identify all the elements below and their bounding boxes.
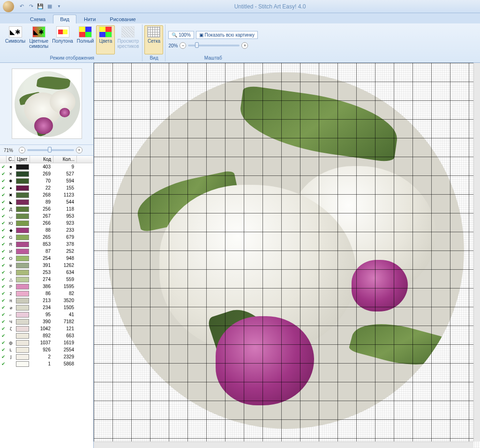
header-color[interactable]: Цвет xyxy=(15,156,30,163)
symbols-button[interactable]: ◣✱ Символы xyxy=(4,25,27,54)
row-symbol: ■ xyxy=(7,165,15,169)
check-icon: ✔ xyxy=(0,263,7,268)
check-icon: ✔ xyxy=(0,249,7,254)
sidebar-zoom-minus[interactable]: − xyxy=(19,147,25,153)
color-swatch xyxy=(16,298,29,304)
tab-schema[interactable]: Схема xyxy=(23,15,52,23)
save-icon[interactable]: 💾 xyxy=(37,3,44,10)
table-row[interactable]: ✔ф10371619 xyxy=(0,339,93,346)
show-all-button[interactable]: ▣ Показать всю картинку xyxy=(196,31,258,39)
table-row[interactable]: ✔G265679 xyxy=(0,234,93,241)
table-row[interactable]: ✔✖2681123 xyxy=(0,191,93,198)
table-row[interactable]: ✔◆88233 xyxy=(0,227,93,234)
zoom-minus-button[interactable]: − xyxy=(180,42,186,49)
check-icon: ✔ xyxy=(0,185,7,190)
sidebar-zoom-slider[interactable] xyxy=(27,149,74,151)
check-icon: ✔ xyxy=(0,164,7,169)
zoom-100-button[interactable]: 🔍 100% xyxy=(168,31,194,39)
preview-stitches-icon xyxy=(121,26,135,38)
row-code: 926 xyxy=(30,347,53,352)
row-count: 1595 xyxy=(53,284,77,289)
table-row[interactable]: ✔Ч3907182 xyxy=(0,318,93,325)
table-row[interactable]: ✔◡267953 xyxy=(0,213,93,220)
table-row[interactable]: ✔※3911262 xyxy=(0,262,93,269)
row-symbol: ζ xyxy=(7,327,15,331)
table-row[interactable]: ✔L9262554 xyxy=(0,346,93,353)
tab-threads[interactable]: Нити xyxy=(77,15,102,23)
table-row[interactable]: ✔⌀2341505 xyxy=(0,304,93,311)
header-count[interactable]: Кол... xyxy=(53,156,77,163)
table-row[interactable]: ✔28682 xyxy=(0,290,93,297)
color-swatch xyxy=(16,347,29,353)
redo-icon[interactable]: ↷ xyxy=(27,3,35,10)
table-row[interactable]: ✔π2133520 xyxy=(0,297,93,304)
table-row[interactable]: ✔P3861595 xyxy=(0,283,93,290)
sidebar-zoom-thumb[interactable] xyxy=(48,147,52,152)
qat-dropdown-icon[interactable]: ▼ xyxy=(55,3,63,10)
symbols-icon: ◣✱ xyxy=(9,26,22,38)
tab-view[interactable]: Вид xyxy=(53,15,76,23)
table-row[interactable]: ✔●22155 xyxy=(0,184,93,191)
zoom-slider-thumb[interactable] xyxy=(195,42,199,48)
color-table[interactable]: С.. Цвет Код Кол... ✔■4039✔✕269527✔✱7059… xyxy=(0,156,93,448)
table-row[interactable]: ✔ζ1042121 xyxy=(0,325,93,332)
row-code: 274 xyxy=(30,277,53,282)
table-row[interactable]: ✔■4039 xyxy=(0,163,93,170)
table-row[interactable]: ✔O254948 xyxy=(0,255,93,262)
table-row[interactable]: ✔ 892663 xyxy=(0,332,93,339)
table-row[interactable]: ✔◣89544 xyxy=(0,198,93,205)
table-row[interactable]: ✔Д256118 xyxy=(0,205,93,213)
header-symbol[interactable]: С.. xyxy=(7,156,15,163)
table-row[interactable]: ✔Ю266923 xyxy=(0,220,93,227)
full-icon xyxy=(79,26,92,38)
table-row[interactable]: ✔◊253634 xyxy=(0,269,93,276)
table-row[interactable]: ✔ 15868 xyxy=(0,360,93,367)
row-count: 252 xyxy=(53,249,77,254)
zoom-plus-button[interactable]: + xyxy=(241,42,248,49)
options-icon[interactable]: ▦ xyxy=(46,3,53,10)
color-symbols-button[interactable]: ◣✱ Цветные символы xyxy=(28,25,50,54)
vertical-scrollbar[interactable] xyxy=(473,63,480,441)
check-icon: ✔ xyxy=(0,213,7,219)
horizontal-scrollbar[interactable] xyxy=(94,441,473,448)
header-code[interactable]: Код xyxy=(30,156,53,163)
row-symbol: ◊ xyxy=(7,270,15,275)
table-row[interactable]: ✔⌋22329 xyxy=(0,353,93,360)
table-row[interactable]: ✔△274559 xyxy=(0,276,93,283)
zoom-slider[interactable] xyxy=(188,45,240,46)
check-icon: ✔ xyxy=(0,256,7,261)
full-button[interactable]: Полный xyxy=(75,25,96,54)
undo-icon[interactable]: ↶ xyxy=(18,3,25,10)
grid-button[interactable]: Сетка xyxy=(144,25,163,54)
table-row[interactable]: ✔⌐9541 xyxy=(0,311,93,318)
row-code: 22 xyxy=(30,185,53,190)
color-swatch xyxy=(16,305,29,311)
check-icon: ✔ xyxy=(0,220,7,226)
colors-label: Цвета xyxy=(99,38,112,44)
check-icon: ✔ xyxy=(0,333,7,338)
table-row[interactable]: ✔✱70594 xyxy=(0,177,93,184)
preview-image[interactable] xyxy=(12,68,82,139)
row-symbol: ✱ xyxy=(7,179,15,183)
row-symbol: ◆ xyxy=(7,228,15,233)
grid-label: Сетка xyxy=(148,38,160,44)
row-count: 9 xyxy=(53,164,77,169)
titlebar: ↶ ↷ 💾 ▦ ▼ Untitled - Stitch Art Easy! 4.… xyxy=(0,0,480,13)
check-icon: ✔ xyxy=(0,319,7,324)
tab-drawing[interactable]: Рисование xyxy=(103,15,142,23)
check-icon: ✔ xyxy=(0,347,7,352)
halftones-button[interactable]: Полутона xyxy=(51,25,74,54)
table-row[interactable]: ✔И87252 xyxy=(0,248,93,255)
row-code: 213 xyxy=(30,298,53,303)
canvas-area[interactable] xyxy=(94,63,480,448)
color-swatch xyxy=(16,164,29,170)
row-count: 679 xyxy=(53,235,77,240)
row-code: 403 xyxy=(30,164,53,169)
row-code: 1 xyxy=(30,361,53,366)
sidebar-zoom-plus[interactable]: + xyxy=(76,147,82,153)
table-row[interactable]: ✔✕269527 xyxy=(0,170,93,177)
colors-button[interactable]: Цвета xyxy=(96,25,115,54)
app-orb-button[interactable] xyxy=(3,1,14,12)
row-count: 1505 xyxy=(53,305,77,310)
table-row[interactable]: ✔R853378 xyxy=(0,241,93,248)
